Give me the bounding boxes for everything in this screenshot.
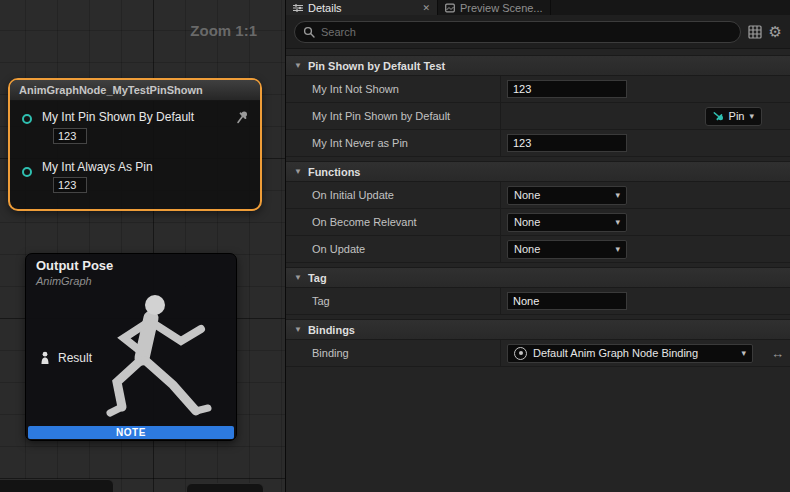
- chevron-down-icon: ▾: [749, 111, 754, 121]
- node-title: Output Pose: [36, 258, 113, 273]
- search-icon: [303, 26, 315, 38]
- reset-to-default-icon[interactable]: ↔: [771, 346, 784, 361]
- property-label: Tag: [286, 288, 501, 314]
- tab-label: Details: [308, 2, 417, 14]
- pin-label: My Int Always As Pin: [42, 160, 153, 174]
- on-update-dropdown[interactable]: None ▾: [507, 240, 627, 259]
- pose-pin-icon[interactable]: [38, 351, 52, 365]
- section-header-pin-shown-by-default-test[interactable]: ▼ Pin Shown by Default Test: [286, 55, 790, 76]
- property-label: On Become Relevant: [286, 209, 501, 235]
- property-row: My Int Never as Pin: [286, 130, 790, 157]
- details-tab-icon: [293, 3, 303, 13]
- graph-canvas[interactable]: Zoom 1:1 AnimGraphNode_MyTestPinShown My…: [0, 0, 285, 492]
- tab-label: Preview Scene...: [460, 2, 543, 14]
- property-label: My Int Not Shown: [286, 76, 501, 102]
- details-sections: ▼ Pin Shown by Default Test My Int Not S…: [286, 49, 790, 492]
- section-header-functions[interactable]: ▼ Functions: [286, 161, 790, 182]
- dropdown-value: Default Anim Graph Node Binding: [533, 347, 735, 359]
- preview-scene-tab-icon: [445, 3, 455, 13]
- binding-dropdown[interactable]: Default Anim Graph Node Binding ▾: [507, 344, 753, 363]
- node-subtitle: AnimGraph: [36, 275, 92, 287]
- pin-value-input[interactable]: [53, 177, 87, 193]
- tab-preview-scene[interactable]: Preview Scene...: [438, 0, 551, 15]
- pin-icon: [713, 111, 724, 122]
- pin-dropdown-button[interactable]: Pin ▾: [705, 107, 762, 126]
- section-title: Functions: [308, 166, 361, 178]
- settings-gear-icon[interactable]: ⚙: [769, 24, 782, 39]
- chevron-down-icon: ▾: [615, 190, 620, 200]
- binding-icon: [514, 347, 527, 360]
- chevron-down-icon: ▾: [615, 217, 620, 227]
- dropdown-value: None: [514, 243, 540, 255]
- tab-details[interactable]: Details ✕: [286, 0, 438, 15]
- section-header-tag[interactable]: ▼ Tag: [286, 267, 790, 288]
- property-label: Binding: [286, 340, 501, 366]
- property-row: Tag: [286, 288, 790, 315]
- chevron-down-icon: ▼: [294, 167, 302, 176]
- property-row: On Update None ▾: [286, 236, 790, 263]
- property-row: Binding Default Anim Graph Node Binding …: [286, 340, 790, 367]
- property-label: On Initial Update: [286, 182, 501, 208]
- unreal-editor-window: Zoom 1:1 AnimGraphNode_MyTestPinShown My…: [0, 0, 790, 492]
- property-row: My Int Pin Shown by Default Pin ▾: [286, 103, 790, 130]
- section-title: Pin Shown by Default Test: [308, 60, 445, 72]
- display-options-grid-icon[interactable]: [748, 25, 762, 39]
- dropdown-value: None: [514, 216, 540, 228]
- my-int-not-shown-input[interactable]: [507, 80, 627, 98]
- close-icon[interactable]: ✕: [422, 3, 430, 13]
- chevron-down-icon: ▾: [615, 244, 620, 254]
- pin-button-label: Pin: [729, 110, 745, 122]
- property-row: On Initial Update None ▾: [286, 182, 790, 209]
- search-box[interactable]: [294, 21, 741, 43]
- dropdown-value: None: [514, 189, 540, 201]
- search-row: ⚙: [286, 15, 790, 49]
- on-initial-update-dropdown[interactable]: None ▾: [507, 186, 627, 205]
- chevron-down-icon: ▼: [294, 325, 302, 334]
- property-label: On Update: [286, 236, 501, 262]
- property-row: On Become Relevant None ▾: [286, 209, 790, 236]
- section-title: Bindings: [308, 324, 355, 336]
- note-badge: NOTE: [28, 426, 234, 439]
- pin-label: My Int Pin Shown By Default: [42, 110, 194, 124]
- section-title: Tag: [308, 272, 327, 284]
- property-label: My Int Never as Pin: [286, 130, 501, 156]
- int-pin-icon[interactable]: [22, 167, 32, 177]
- pin-icon[interactable]: [236, 110, 249, 124]
- section-header-bindings[interactable]: ▼ Bindings: [286, 319, 790, 340]
- result-pin-label: Result: [58, 351, 92, 365]
- search-input[interactable]: [321, 26, 732, 38]
- on-become-relevant-dropdown[interactable]: None ▾: [507, 213, 627, 232]
- my-int-never-as-pin-input[interactable]: [507, 134, 627, 152]
- node-title: AnimGraphNode_MyTestPinShown: [10, 80, 260, 101]
- int-pin-icon[interactable]: [22, 114, 32, 124]
- output-pose-node[interactable]: Output Pose AnimGraph: [25, 253, 237, 441]
- partial-node[interactable]: [186, 483, 264, 492]
- chevron-down-icon: ▾: [741, 348, 746, 358]
- property-row: My Int Not Shown: [286, 76, 790, 103]
- partial-node[interactable]: [0, 479, 114, 492]
- details-panel: Details ✕ Preview Scene...: [285, 0, 790, 492]
- chevron-down-icon: ▼: [294, 61, 302, 70]
- property-label: My Int Pin Shown by Default: [286, 103, 501, 129]
- zoom-level-label: Zoom 1:1: [190, 22, 257, 39]
- tab-bar: Details ✕ Preview Scene...: [286, 0, 790, 15]
- tag-input[interactable]: [507, 292, 627, 310]
- pin-value-input[interactable]: [53, 128, 87, 144]
- chevron-down-icon: ▼: [294, 273, 302, 282]
- anim-graph-node[interactable]: AnimGraphNode_MyTestPinShown My Int Pin …: [8, 78, 262, 211]
